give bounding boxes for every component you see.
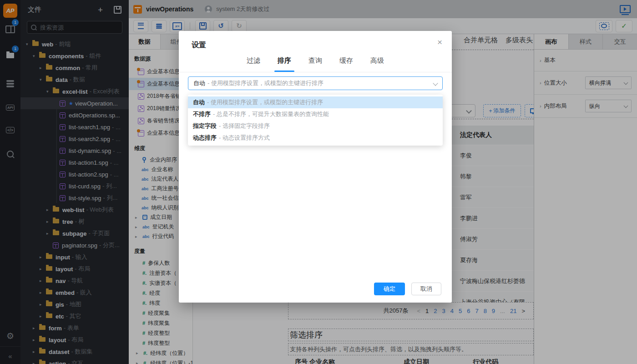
option-name: 指定字段: [193, 122, 217, 130]
settings-modal: 设置 × 过滤 排序 查询 缓存 高级 自动 - 使用模型排序设置，或模型的主键…: [179, 31, 452, 303]
tab-advanced[interactable]: 高级: [370, 55, 384, 72]
sort-option[interactable]: 指定字段- 选择固定字段排序: [188, 120, 443, 132]
option-desc: - 动态设置排序方式: [219, 134, 270, 142]
option-name: 自动: [193, 98, 205, 106]
sort-option[interactable]: 自动- 使用模型排序设置，或模型的主键进行排序: [188, 96, 443, 108]
option-name: 不排序: [193, 110, 211, 118]
sort-option[interactable]: 不排序- 总是不排序，可提升大数据量表的查询性能: [188, 108, 443, 120]
option-desc: - 选择固定字段排序: [219, 122, 270, 130]
cancel-button[interactable]: 取消: [411, 283, 441, 295]
ok-button[interactable]: 确定: [374, 283, 405, 295]
option-desc: - 使用模型排序设置，或模型的主键进行排序: [207, 98, 323, 106]
sort-mode-dropdown: 自动- 使用模型排序设置，或模型的主键进行排序不排序- 总是不排序，可提升大数据…: [188, 95, 443, 146]
modal-title: 设置: [192, 40, 206, 50]
tab-filter[interactable]: 过滤: [247, 55, 260, 72]
tab-sort[interactable]: 排序: [278, 55, 291, 72]
tab-cache[interactable]: 缓存: [339, 55, 353, 72]
chevron-down-icon: [433, 81, 438, 86]
sort-mode-select[interactable]: 自动 - 使用模型排序设置，或模型的主键进行排序: [188, 76, 443, 90]
tab-query[interactable]: 查询: [308, 55, 322, 72]
sort-option[interactable]: 动态排序- 动态设置排序方式: [188, 132, 443, 144]
option-name: 动态排序: [193, 134, 217, 142]
modal-tabs: 过滤 排序 查询 缓存 高级: [179, 55, 452, 72]
option-desc: - 总是不排序，可提升大数据量表的查询性能: [213, 110, 329, 118]
close-icon[interactable]: ×: [437, 38, 442, 46]
